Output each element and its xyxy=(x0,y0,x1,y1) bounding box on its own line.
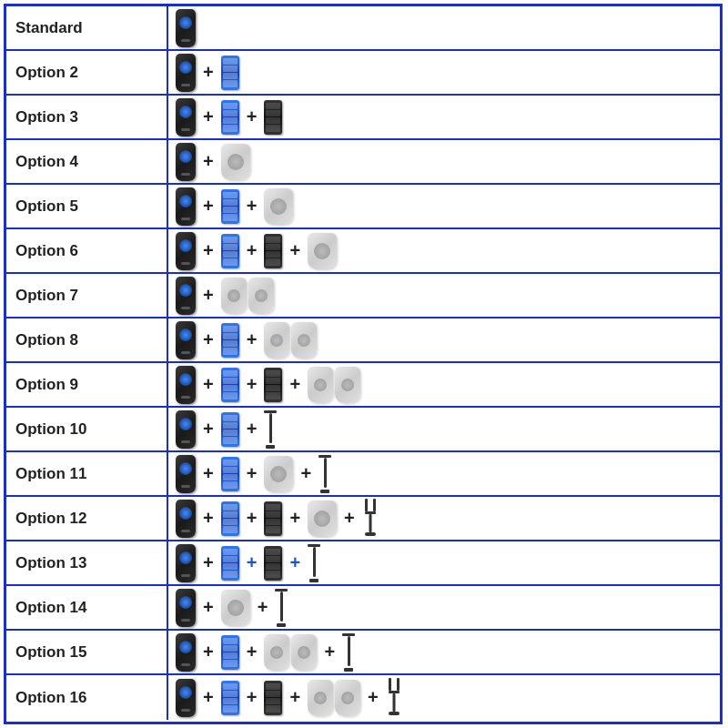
option-content: ++++ xyxy=(168,675,720,720)
svg-rect-2 xyxy=(365,511,376,514)
batteries-blue-icon xyxy=(221,681,239,715)
table-row: Option 10++ xyxy=(6,408,720,452)
batteries-dark-icon xyxy=(264,681,282,715)
table-row: Option 13+++ xyxy=(6,541,720,586)
plus-symbol: + xyxy=(247,374,258,395)
table-row: Option 11+++ xyxy=(6,452,720,497)
plus-symbol: + xyxy=(203,374,214,395)
svg-rect-0 xyxy=(365,499,368,511)
table-row: Option 5++ xyxy=(6,185,720,229)
chime-white-icon xyxy=(221,144,250,180)
batteries-blue-icon xyxy=(221,234,239,268)
batteries-dark-icon xyxy=(264,100,282,135)
option-content: + xyxy=(168,51,720,94)
antenna-icon xyxy=(275,589,288,627)
batteries-dark-icon xyxy=(264,234,282,268)
chime-white-icon xyxy=(264,456,293,492)
table-row: Option 4+ xyxy=(6,140,720,185)
option-label: Option 5 xyxy=(6,185,168,228)
plus-symbol: + xyxy=(203,419,214,440)
doorbell-icon xyxy=(176,9,196,47)
plus-symbol: + xyxy=(203,151,214,172)
chime-white-icon xyxy=(264,188,293,225)
doorbell-icon xyxy=(176,54,196,92)
batteries-dark-icon xyxy=(264,368,282,402)
batteries-blue-icon xyxy=(221,323,239,358)
plus-symbol: + xyxy=(247,642,258,662)
doorbell-icon xyxy=(176,544,196,582)
option-label: Option 8 xyxy=(6,318,168,361)
plus-symbol: + xyxy=(289,552,300,573)
chime-double-icon xyxy=(308,367,360,403)
plus-symbol: + xyxy=(289,508,300,529)
doorbell-icon xyxy=(176,277,196,315)
svg-rect-3 xyxy=(369,514,371,532)
batteries-dark-icon xyxy=(264,501,282,536)
table-row: Option 15+++ xyxy=(6,631,720,675)
plus-symbol: + xyxy=(247,508,258,529)
doorbell-icon xyxy=(176,232,196,270)
doorbell-icon xyxy=(176,633,196,672)
plus-symbol: + xyxy=(247,463,258,484)
table-row: Option 3++ xyxy=(6,96,720,140)
batteries-blue-icon xyxy=(221,100,239,135)
option-label: Option 7 xyxy=(6,274,168,317)
table-row: Option 14++ xyxy=(6,586,720,631)
plus-symbol: + xyxy=(324,642,335,662)
option-content: +++ xyxy=(168,631,720,673)
option-content: ++ xyxy=(168,185,720,228)
fork-icon xyxy=(386,678,402,718)
plus-symbol: + xyxy=(203,285,214,306)
doorbell-icon xyxy=(176,98,196,136)
plus-symbol: + xyxy=(247,329,258,350)
option-content: ++ xyxy=(168,408,720,450)
doorbell-icon xyxy=(176,187,196,226)
plus-symbol: + xyxy=(203,552,214,573)
option-content: ++ xyxy=(168,96,720,138)
plus-symbol: + xyxy=(203,329,214,350)
option-label: Option 6 xyxy=(6,229,168,272)
plus-symbol: + xyxy=(289,687,300,708)
option-content: ++ xyxy=(168,318,720,361)
chime-double-icon xyxy=(308,680,360,716)
plus-symbol: + xyxy=(247,419,258,440)
doorbell-icon xyxy=(176,455,196,493)
antenna-icon xyxy=(264,410,277,449)
chime-double-icon xyxy=(264,634,317,671)
option-label: Option 4 xyxy=(6,140,168,183)
plus-symbol: + xyxy=(289,240,300,261)
plus-symbol: + xyxy=(203,642,214,662)
option-label: Option 2 xyxy=(6,51,168,94)
batteries-blue-icon xyxy=(221,56,239,90)
options-table: StandardOption 2+Option 3++Option 4+Opti… xyxy=(4,4,723,724)
option-content xyxy=(168,6,720,49)
fork-icon xyxy=(362,499,379,539)
option-content: +++ xyxy=(168,229,720,272)
table-row: Option 6+++ xyxy=(6,229,720,274)
option-content: +++ xyxy=(168,452,720,495)
plus-symbol: + xyxy=(258,597,268,618)
plus-symbol: + xyxy=(300,463,311,484)
option-content: ++ xyxy=(168,586,720,629)
svg-rect-5 xyxy=(389,678,391,691)
option-label: Option 12 xyxy=(6,497,168,540)
option-label: Option 13 xyxy=(6,541,168,584)
antenna-icon xyxy=(342,633,355,672)
svg-rect-8 xyxy=(392,693,395,712)
plus-symbol: + xyxy=(203,463,214,484)
doorbell-icon xyxy=(176,143,196,181)
plus-symbol: + xyxy=(203,597,214,618)
option-label: Option 9 xyxy=(6,363,168,406)
plus-symbol: + xyxy=(247,196,258,217)
batteries-dark-icon xyxy=(264,546,282,581)
plus-symbol: + xyxy=(247,687,258,708)
option-content: +++ xyxy=(168,363,720,406)
plus-symbol: + xyxy=(247,240,258,261)
chime-white-icon xyxy=(221,590,250,626)
doorbell-icon xyxy=(176,410,196,449)
table-row: Option 8++ xyxy=(6,318,720,363)
svg-rect-4 xyxy=(365,532,376,536)
plus-symbol: + xyxy=(203,106,214,127)
option-label: Option 3 xyxy=(6,96,168,138)
plus-symbol: + xyxy=(247,552,258,573)
